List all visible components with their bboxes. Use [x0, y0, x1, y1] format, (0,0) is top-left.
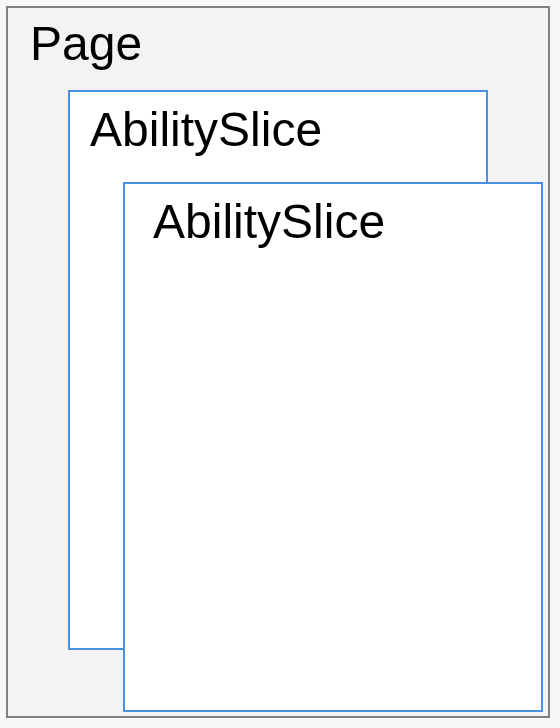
page-container: Page AbilitySlice AbilitySlice: [6, 6, 550, 718]
page-label: Page: [30, 16, 142, 71]
ability-slice-2-label: AbilitySlice: [153, 194, 385, 249]
ability-slice-1-label: AbilitySlice: [90, 102, 322, 157]
ability-slice-2: AbilitySlice: [123, 182, 543, 712]
